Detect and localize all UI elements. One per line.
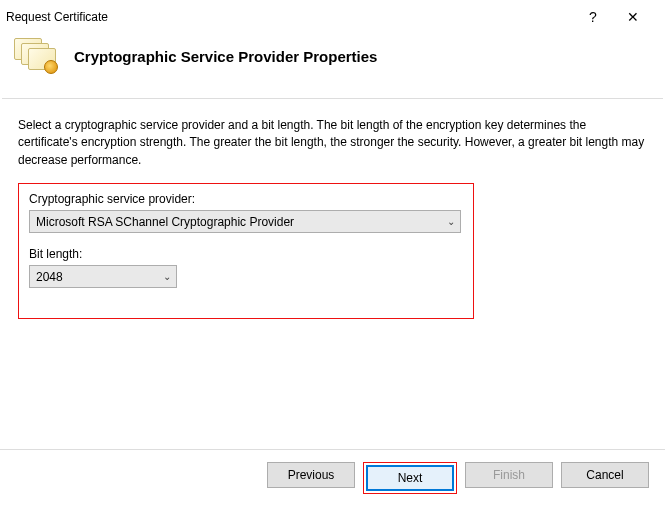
provider-label: Cryptographic service provider: xyxy=(29,192,463,206)
chevron-down-icon: ⌄ xyxy=(442,216,460,227)
help-icon[interactable]: ? xyxy=(575,9,611,25)
content-area: Select a cryptographic service provider … xyxy=(0,99,665,319)
chevron-down-icon: ⌄ xyxy=(158,271,176,282)
wizard-header: Cryptographic Service Provider Propertie… xyxy=(0,30,665,98)
bit-length-label: Bit length: xyxy=(29,247,463,261)
fields-highlight-box: Cryptographic service provider: Microsof… xyxy=(18,183,474,319)
titlebar: Request Certificate ? ✕ xyxy=(0,0,665,30)
finish-button: Finish xyxy=(465,462,553,488)
cancel-button[interactable]: Cancel xyxy=(561,462,649,488)
wizard-footer: Previous Next Finish Cancel xyxy=(0,449,665,508)
description-text: Select a cryptographic service provider … xyxy=(18,117,647,169)
provider-select-value: Microsoft RSA SChannel Cryptographic Pro… xyxy=(36,215,294,229)
close-icon[interactable]: ✕ xyxy=(611,9,655,25)
bit-length-select[interactable]: 2048 ⌄ xyxy=(29,265,177,288)
page-title: Cryptographic Service Provider Propertie… xyxy=(74,48,377,65)
next-button[interactable]: Next xyxy=(366,465,454,491)
previous-button[interactable]: Previous xyxy=(267,462,355,488)
window-title: Request Certificate xyxy=(6,10,575,24)
bit-length-select-value: 2048 xyxy=(36,270,63,284)
certificate-icon xyxy=(14,38,58,74)
provider-select[interactable]: Microsoft RSA SChannel Cryptographic Pro… xyxy=(29,210,461,233)
next-button-highlight: Next xyxy=(363,462,457,494)
